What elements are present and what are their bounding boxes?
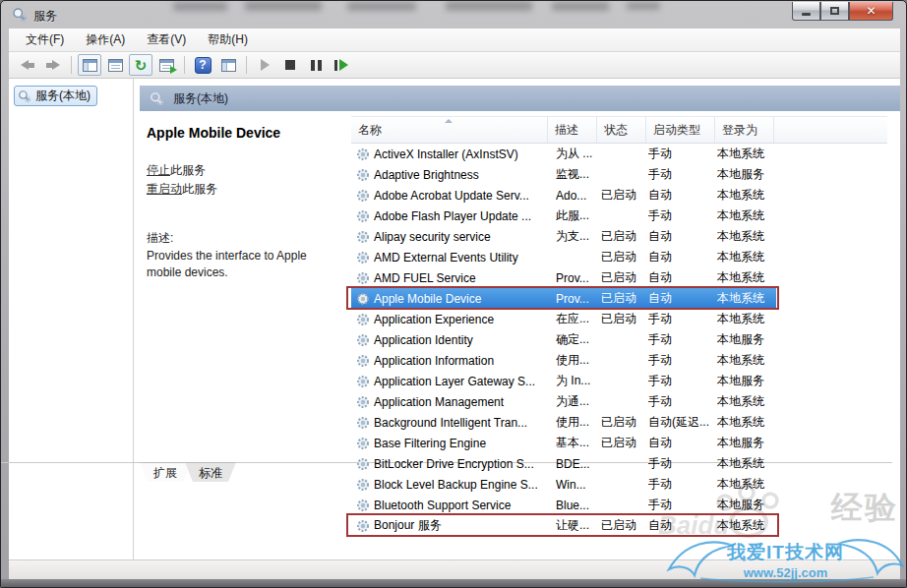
- sort-ascending-icon: [445, 119, 453, 123]
- service-row[interactable]: Adaptive Brightness 监视... 手动 本地服务: [351, 164, 887, 185]
- console-tree-panel: 服务(本地): [9, 79, 134, 559]
- service-logon-as: 本地系统: [717, 414, 887, 431]
- column-header-startup-type[interactable]: 启动类型: [646, 117, 715, 143]
- service-row[interactable]: Application Management 为通... 手动 本地系统: [351, 391, 887, 412]
- menu-help[interactable]: 帮助(H): [199, 29, 257, 51]
- service-row[interactable]: Bonjour 服务 让硬... 已启动 自动 本地系统: [351, 515, 887, 536]
- selected-service-title: Apple Mobile Device: [147, 125, 280, 141]
- service-row[interactable]: Application Information 使用... 手动 本地系统: [351, 350, 887, 371]
- service-logon-as: 本地服务: [717, 331, 887, 348]
- service-description: 基本...: [556, 435, 601, 451]
- restart-service-button[interactable]: [330, 54, 353, 76]
- column-header-blank: [774, 117, 887, 143]
- service-logon-as: 本地系统: [717, 393, 887, 410]
- service-row[interactable]: AMD FUEL Service Prov... 已启动 自动 本地系统: [351, 267, 887, 288]
- service-row[interactable]: BitLocker Drive Encryption S... BDE... 手…: [351, 453, 887, 474]
- export-list-button[interactable]: [154, 54, 178, 76]
- tab-extended[interactable]: 扩展: [140, 462, 191, 482]
- properties-button[interactable]: [103, 54, 127, 76]
- pause-icon: [311, 60, 322, 71]
- service-status: 已启动: [601, 290, 648, 307]
- service-row[interactable]: AMD External Events Utility 已启动 自动 本地系统: [351, 247, 887, 267]
- background-window-artifact: [446, 1, 532, 11]
- restart-link-suffix: 此服务: [182, 182, 217, 196]
- service-logon-as: 本地系统: [717, 207, 887, 224]
- service-gear-icon: [355, 374, 371, 389]
- service-gear-icon: [355, 436, 371, 451]
- play-icon: [261, 59, 270, 71]
- service-row[interactable]: Apple Mobile Device Prov... 已启动 自动 本地系统: [351, 288, 887, 309]
- refresh-button[interactable]: ↻: [129, 54, 152, 76]
- service-row[interactable]: Application Identity 确定... 手动 本地服务: [351, 329, 887, 350]
- service-status: 已启动: [601, 517, 648, 534]
- column-header-status[interactable]: 状态: [597, 117, 646, 143]
- service-row[interactable]: Adobe Acrobat Update Serv... Ado... 已启动 …: [351, 185, 887, 206]
- show-console-tree-button[interactable]: [78, 54, 101, 76]
- view-tabs: 扩展 标准: [140, 462, 230, 482]
- service-row[interactable]: Application Experience 在应... 已启动 手动 本地系统: [351, 309, 887, 329]
- background-window-artifact: [552, 2, 609, 11]
- menu-file[interactable]: 文件(F): [17, 29, 73, 51]
- service-name: Adobe Flash Player Update ...: [371, 209, 556, 223]
- service-description: 为支...: [556, 228, 601, 245]
- service-row[interactable]: Adobe Flash Player Update ... 此服... 手动 本…: [351, 206, 887, 226]
- back-button[interactable]: [16, 54, 39, 76]
- minimize-button[interactable]: [792, 2, 820, 21]
- service-gear-icon: [355, 250, 371, 265]
- stop-service-button[interactable]: [278, 54, 302, 76]
- service-name: AMD External Events Utility: [371, 251, 556, 265]
- service-row[interactable]: Alipay security service 为支... 已启动 自动 本地系…: [351, 226, 887, 247]
- service-name: Apple Mobile Device: [371, 292, 556, 306]
- column-header-logon-as[interactable]: 登录为: [715, 117, 774, 143]
- service-gear-icon: [355, 394, 371, 410]
- service-logon-as: 本地系统: [717, 249, 887, 265]
- window-bottom-frame: [1, 579, 907, 588]
- tree-item-label: 服务(本地): [35, 88, 91, 104]
- service-row[interactable]: ActiveX Installer (AxInstSV) 为从 ... 手动 本…: [351, 144, 887, 164]
- service-logon-as: 本地服务: [717, 497, 887, 513]
- service-description: 在应...: [556, 311, 601, 327]
- show-action-pane-button[interactable]: [216, 54, 240, 76]
- menu-bar: 文件(F) 操作(A) 查看(V) 帮助(H): [9, 29, 900, 52]
- window-title: 服务: [33, 8, 57, 25]
- service-logon-as: 本地系统: [717, 290, 887, 307]
- service-gear-icon: [355, 332, 371, 348]
- stop-service-link[interactable]: 停止: [147, 163, 170, 177]
- column-header-name[interactable]: 名称: [351, 117, 548, 143]
- service-startup-type: 手动: [648, 455, 717, 472]
- service-status: 已启动: [601, 269, 648, 286]
- service-description: BDE...: [556, 457, 601, 471]
- help-button[interactable]: ?: [191, 54, 214, 76]
- help-icon: ?: [195, 57, 212, 74]
- service-row[interactable]: Bluetooth Support Service Blue... 手动 本地服…: [351, 495, 887, 515]
- console-tree-icon: [83, 59, 97, 72]
- service-row[interactable]: Block Level Backup Engine S... Win... 手动…: [351, 474, 887, 495]
- service-status: 已启动: [601, 414, 648, 431]
- panel-services-icon: [150, 91, 164, 106]
- service-row[interactable]: Base Filtering Engine 基本... 已启动 自动 本地服务: [351, 433, 887, 453]
- service-description: 为通...: [556, 393, 601, 410]
- forward-button[interactable]: [41, 54, 65, 76]
- service-startup-type: 手动: [648, 352, 717, 369]
- service-row[interactable]: Background Intelligent Tran... 使用... 已启动…: [351, 412, 887, 433]
- menu-view[interactable]: 查看(V): [138, 29, 195, 51]
- menu-action[interactable]: 操作(A): [77, 29, 134, 51]
- tree-item-services-local[interactable]: 服务(本地): [14, 86, 97, 106]
- toolbar: ↻ ?: [9, 52, 900, 79]
- column-header-description[interactable]: 描述: [548, 117, 597, 143]
- services-app-icon: [12, 7, 28, 23]
- service-name: Application Identity: [371, 333, 556, 347]
- background-window-artifact: [245, 1, 322, 11]
- maximize-button[interactable]: [820, 2, 849, 21]
- service-logon-as: 本地系统: [717, 352, 887, 369]
- properties-icon: [108, 59, 123, 72]
- restart-icon: [334, 59, 348, 71]
- service-startup-type: 手动: [648, 393, 717, 410]
- restart-service-link[interactable]: 重启动: [147, 182, 182, 196]
- service-row[interactable]: Application Layer Gateway S... 为 In... 手…: [351, 371, 887, 391]
- service-name: ActiveX Installer (AxInstSV): [371, 147, 556, 161]
- close-button[interactable]: ✕: [849, 2, 893, 21]
- tab-standard[interactable]: 标准: [185, 462, 236, 482]
- start-service-button[interactable]: [253, 54, 276, 76]
- pause-service-button[interactable]: [304, 54, 328, 76]
